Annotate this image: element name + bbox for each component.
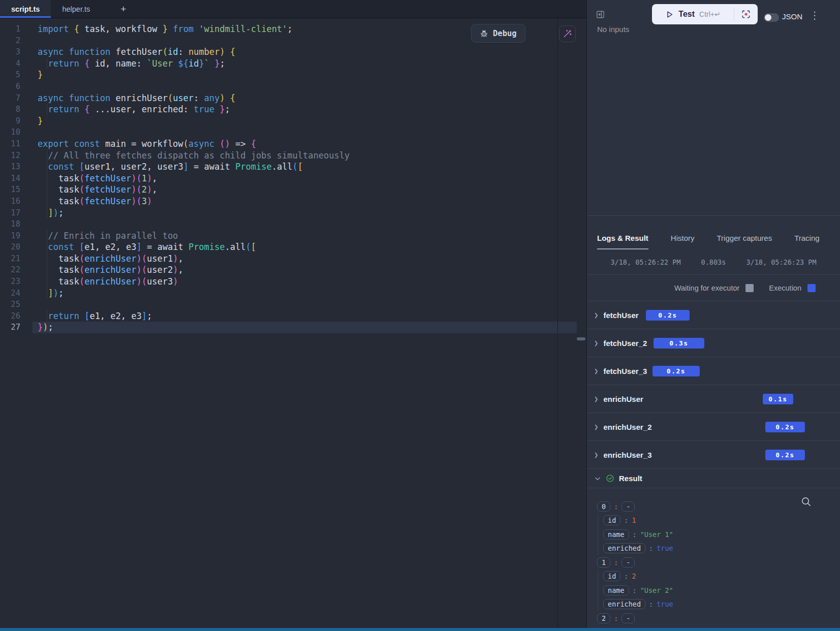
json-key-pill[interactable]: name	[603, 529, 629, 540]
line-number: 1	[0, 23, 20, 35]
task-row-fetchUser_3[interactable]: ❯fetchUser_30.2s	[587, 357, 840, 385]
run-end-time: 3/18, 05:26:23 PM	[746, 258, 816, 266]
json-key-pill[interactable]: id	[603, 571, 620, 581]
chevron-right-icon[interactable]: ❯	[594, 367, 598, 375]
ai-wand-button[interactable]	[559, 25, 576, 42]
json-key-pill[interactable]: id	[603, 515, 620, 525]
json-key-pill[interactable]: enriched	[603, 543, 645, 553]
code-text: async function fetchUser(id: number) {	[20, 46, 235, 58]
legend-label: Waiting for executor	[674, 284, 739, 292]
capture-scope-button[interactable]	[734, 9, 758, 19]
json-collapse-toggle[interactable]: -	[621, 613, 635, 623]
task-row-fetchUser[interactable]: ❯fetchUser0.2s	[587, 301, 840, 329]
json-colon: :	[614, 558, 618, 566]
play-icon	[665, 10, 674, 19]
chevron-right-icon[interactable]: ❯	[594, 395, 598, 403]
json-colon: :	[649, 600, 653, 608]
code-text: }	[20, 115, 43, 127]
scope-target-icon	[741, 9, 751, 19]
editor-tab-helper.ts[interactable]: helper.ts	[51, 0, 101, 18]
code-line: 25	[0, 299, 577, 310]
code-text: task(enrichUser)(user3)	[20, 276, 178, 288]
json-row: 1:-	[597, 555, 840, 570]
bug-icon	[480, 29, 488, 38]
code-text: const [e1, e2, e3] = await Promise.all([	[20, 241, 256, 253]
indent-guide	[47, 161, 47, 173]
line-number: 20	[0, 241, 20, 253]
json-colon: :	[614, 614, 618, 622]
timeline-legend: Waiting for executorExecution	[587, 275, 840, 301]
json-key-pill[interactable]: name	[603, 585, 629, 595]
json-colon: :	[649, 544, 653, 552]
code-line: 4 return { id, name: `User ${id}` };	[0, 58, 577, 70]
json-collapse-toggle[interactable]: -	[621, 557, 635, 567]
test-panel: No inputs Test Ctrl+↵	[586, 0, 840, 631]
duration-badge[interactable]: 0.2s	[652, 366, 700, 376]
task-row-enrichUser_3[interactable]: ❯enrichUser_30.2s	[587, 441, 840, 469]
code-text: return { id, name: `User ${id}` };	[20, 58, 225, 70]
json-key-pill[interactable]: enriched	[603, 599, 645, 609]
line-number: 17	[0, 207, 20, 219]
editor-tab-script.ts[interactable]: script.ts	[0, 0, 51, 18]
bottom-resize-bar[interactable]	[0, 628, 840, 631]
test-shortcut-label: Ctrl+↵	[699, 10, 721, 18]
line-number: 26	[0, 310, 20, 322]
line-number: 22	[0, 264, 20, 276]
duration-badge[interactable]: 0.2s	[646, 310, 690, 321]
test-button-label: Test	[678, 10, 695, 19]
legend-swatch	[807, 284, 816, 292]
code-editor[interactable]: 1import { task, workflow } from 'windmil…	[0, 18, 586, 631]
json-toggle[interactable]	[764, 13, 779, 22]
code-line: 11export const main = workflow(async () …	[0, 138, 577, 150]
new-tab-button[interactable]: +	[115, 0, 131, 18]
editor-scrollbar-thumb[interactable]	[577, 337, 585, 340]
logs-section: Logs & ResultHistoryTrigger capturesTrac…	[587, 215, 840, 628]
test-button[interactable]: Test Ctrl+↵	[652, 10, 734, 19]
tab-trigger-captures[interactable]: Trigger captures	[717, 234, 772, 249]
code-text: // Enrich in parallel too	[20, 230, 178, 242]
code-text: task(fetchUser)(1),	[20, 173, 158, 184]
tab-logs-result[interactable]: Logs & Result	[597, 234, 648, 249]
line-number: 21	[0, 253, 20, 265]
duration-badge[interactable]: 0.1s	[763, 394, 793, 404]
more-options-icon[interactable]: ⋮	[810, 10, 820, 20]
json-key-pill[interactable]: 0	[597, 501, 610, 512]
task-row-enrichUser_2[interactable]: ❯enrichUser_20.2s	[587, 413, 840, 441]
chevron-right-icon[interactable]: ❯	[594, 451, 598, 459]
inputs-section: No inputs Test Ctrl+↵	[587, 0, 840, 215]
code-line: 6	[0, 81, 577, 92]
line-number: 16	[0, 196, 20, 207]
json-colon: :	[633, 586, 637, 594]
tab-history[interactable]: History	[671, 234, 695, 249]
task-name: enrichUser_2	[603, 423, 651, 431]
code-text: const [user1, user2, user3] = await Prom…	[20, 161, 303, 173]
search-result-icon[interactable]	[800, 496, 812, 509]
duration-badge[interactable]: 0.2s	[765, 422, 805, 432]
toggle-knob	[765, 14, 771, 21]
json-key-pill[interactable]: 1	[597, 557, 610, 567]
code-line: 20 const [e1, e2, e3] = await Promise.al…	[0, 241, 577, 253]
duration-badge[interactable]: 0.2s	[765, 450, 805, 460]
line-number: 19	[0, 230, 20, 242]
code-text: import { task, workflow } from 'windmill…	[20, 23, 293, 35]
chevron-right-icon[interactable]: ❯	[594, 339, 598, 347]
test-button-group: Test Ctrl+↵	[652, 4, 758, 24]
chevron-right-icon[interactable]: ❯	[594, 423, 598, 431]
json-colon: :	[614, 502, 618, 511]
code-line: 17 ]);	[0, 207, 577, 219]
json-value: "User 1"	[640, 530, 673, 539]
tab-tracing[interactable]: Tracing	[794, 234, 819, 249]
json-collapse-toggle[interactable]: -	[621, 501, 635, 512]
duration-badge[interactable]: 0.3s	[654, 338, 704, 349]
debug-button[interactable]: Debug	[471, 24, 525, 43]
result-header[interactable]: Result	[587, 469, 840, 488]
task-row-enrichUser[interactable]: ❯enrichUser0.1s	[587, 385, 840, 413]
task-row-fetchUser_2[interactable]: ❯fetchUser_20.3s	[587, 329, 840, 357]
code-text	[20, 299, 38, 310]
chevron-right-icon[interactable]: ❯	[594, 311, 598, 319]
json-key-pill[interactable]: 2	[597, 613, 610, 623]
legend-item: Waiting for executor	[674, 284, 754, 292]
json-row: id:1	[603, 514, 840, 528]
collapse-panel-icon[interactable]	[596, 10, 605, 21]
legend-swatch	[745, 284, 754, 292]
